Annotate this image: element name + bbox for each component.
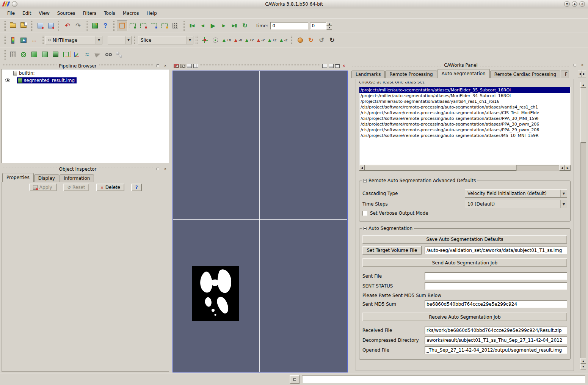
capture-screenshot-button[interactable] [174, 63, 179, 68]
send-job-button[interactable]: Send Auto Segmentation Job [362, 258, 567, 267]
pipeline-selected-item[interactable]: segmented_result.img [17, 77, 77, 83]
clear-status-button[interactable] [290, 375, 299, 384]
previous-frame-button[interactable]: ◀ [197, 20, 208, 31]
camera-link-button[interactable] [295, 35, 306, 46]
select-cells-on-button[interactable] [127, 20, 138, 31]
close-dock-button[interactable]: × [163, 63, 168, 68]
representation-combo[interactable]: Slice ▼ [138, 36, 193, 44]
delete-button[interactable]: × Delete [96, 184, 124, 191]
edit-color-map-button[interactable] [18, 35, 29, 46]
atlas-list-item[interactable]: /projects/miller/auto-segmentation/atlas… [359, 99, 570, 104]
view-minus-y-button[interactable]: ▲-Y [255, 35, 266, 45]
rotate-clockwise-button[interactable]: ↻ [306, 35, 316, 46]
sent-file-input[interactable] [425, 272, 567, 280]
atlas-list-item[interactable]: /cis/project/software/remote-processing/… [359, 127, 570, 133]
panel-vscrollbar[interactable]: ▲ ▲ ▼ [580, 82, 586, 369]
opened-file-input[interactable] [425, 346, 567, 354]
menu-file[interactable]: File [4, 9, 18, 17]
extract-subset-button[interactable] [61, 49, 71, 60]
toolbar-handle[interactable] [291, 35, 293, 45]
select-frustum-points-button[interactable] [159, 20, 170, 31]
toolbar-handle[interactable] [113, 21, 115, 31]
atlas-list-item[interactable]: /projects/miller/auto-segmentation/atlas… [359, 93, 570, 99]
menu-view[interactable]: View [35, 9, 53, 17]
atlas-list-item[interactable]: /cis/project/software/remote-processing/… [359, 110, 570, 116]
scroll-left-button[interactable]: ◀ [559, 165, 565, 171]
save-defaults-button[interactable]: Save Auto Segmentation Defaults [362, 235, 567, 244]
view-plus-x-button[interactable]: ▲+X [221, 35, 232, 45]
tab-remote-processing[interactable]: Remote Processing [385, 71, 437, 78]
glyph-filter-button[interactable] [18, 49, 29, 60]
link-view-button[interactable] [193, 63, 198, 68]
redo-button[interactable]: ↷ [73, 20, 83, 31]
save-data-button[interactable] [18, 20, 29, 31]
reset-button[interactable]: ↺ Reset [63, 184, 89, 191]
calculator-button[interactable] [8, 49, 18, 60]
capture-view-button[interactable] [180, 63, 185, 68]
toolbar-handle[interactable] [182, 21, 185, 31]
target-volume-input[interactable] [425, 247, 567, 254]
select-frustum-cells-button[interactable] [149, 20, 159, 31]
frame-spin-down-button[interactable]: ▼ [326, 26, 332, 30]
contour-filter-button[interactable]: ≈ [82, 49, 93, 60]
scroll-up-button[interactable]: ▲ [580, 82, 586, 88]
select-block-button[interactable] [170, 20, 180, 31]
float-dock-button[interactable] [155, 63, 160, 68]
scroll-down-button[interactable]: ▼ [580, 364, 586, 369]
pipeline-browser-header[interactable]: Pipeline Browser × [2, 63, 169, 69]
collapse-icon[interactable] [363, 179, 367, 182]
orientation-axes-button[interactable] [71, 49, 82, 60]
toolbar-handle[interactable] [31, 21, 33, 31]
received-file-input[interactable] [425, 327, 567, 334]
menu-filters[interactable]: Filters [79, 9, 100, 17]
menu-help[interactable]: Help [143, 9, 160, 17]
tab-auto-segmentation[interactable]: Auto Segmentation [437, 69, 490, 78]
atlas-list-item[interactable]: /projects/miller/auto-segmentation/atlas… [359, 87, 570, 93]
maximize-button[interactable]: ▲ [572, 1, 577, 7]
inspector-help-button[interactable]: ? [131, 184, 142, 191]
component-combo[interactable]: ▼ [108, 36, 132, 44]
view-minus-x-button[interactable]: ▲-X [232, 35, 243, 45]
toolbar-handle[interactable] [195, 35, 198, 45]
sent-status-input[interactable] [425, 282, 567, 290]
view-plus-y-button[interactable]: ▲+Y [243, 35, 255, 45]
toolbar-handle[interactable] [58, 21, 60, 31]
pipeline-root-row[interactable]: builtin: [2, 69, 169, 77]
visibility-eye-icon[interactable] [5, 79, 10, 82]
minimize-button[interactable]: ▼ [564, 1, 570, 7]
split-vertical-button[interactable] [328, 63, 334, 68]
object-inspector-header[interactable]: Object Inspector × [2, 166, 169, 172]
frame-spinbox[interactable] [310, 22, 326, 30]
select-points-on-button[interactable] [138, 20, 149, 31]
particles-button[interactable] [114, 49, 124, 60]
verbose-checkbox[interactable] [362, 211, 367, 216]
atlas-list-hscrollbar[interactable]: ◀ ◀ ▶ [359, 165, 571, 171]
reset-camera-button[interactable] [199, 35, 210, 46]
load-state-button[interactable] [35, 20, 45, 31]
tab-landmarks[interactable]: Landmarks [351, 71, 385, 78]
last-frame-button[interactable]: ▶▮ [229, 20, 240, 31]
toolbar-handle[interactable] [3, 21, 6, 31]
reset-rotation-button[interactable]: ↻ [327, 35, 337, 46]
vscroll-track[interactable] [580, 143, 586, 358]
next-frame-button[interactable]: ▶ [218, 20, 229, 31]
scroll-left-button[interactable]: ◀ [359, 165, 365, 171]
split-horizontal-button[interactable] [322, 63, 327, 68]
atlas-list[interactable]: /projects/miller/auto-segmentation/atlas… [359, 87, 571, 165]
toolbar-handle[interactable] [41, 35, 44, 45]
color-by-combo[interactable]: NIfTIImage ▼ [45, 36, 102, 44]
auto-apply-button[interactable] [89, 20, 100, 31]
render-canvas[interactable] [172, 71, 348, 372]
atlas-list-item[interactable]: /cis/project/software/remote-processing/… [359, 121, 570, 127]
menu-edit[interactable]: Edit [19, 9, 34, 17]
vscroll-thumb[interactable] [580, 88, 586, 143]
warp-filter-button[interactable] [93, 49, 103, 60]
hscroll-thumb[interactable] [365, 165, 516, 171]
frame-spin-up-button[interactable]: ▲ [326, 22, 332, 26]
time-steps-combo[interactable]: 10 (Default) ▼ [465, 200, 567, 208]
tab-remote-cardiac-processing[interactable]: Remote Cardiac Processing [490, 71, 560, 78]
atlas-list-item[interactable]: /cis/project/software/remote-processing/… [359, 133, 570, 138]
toolbar-handle[interactable] [3, 50, 6, 60]
close-button[interactable]: × [579, 1, 585, 7]
tab-properties[interactable]: Properties [2, 173, 34, 182]
